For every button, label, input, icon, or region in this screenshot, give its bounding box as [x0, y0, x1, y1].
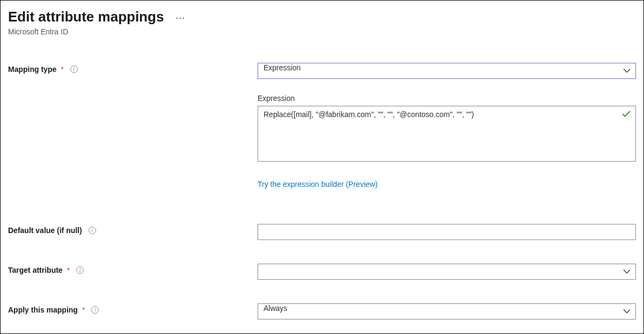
- expression-label: Expression: [258, 94, 636, 103]
- header-text: Edit attribute mappings Microsoft Entra …: [8, 8, 164, 36]
- mapping-type-row: Mapping type * i Expression: [8, 63, 636, 79]
- expression-builder-link[interactable]: Try the expression builder (Preview): [258, 180, 378, 188]
- expression-block: Expression Try the expression builder (P…: [258, 94, 636, 209]
- target-attribute-label-col: Target attribute * i: [8, 264, 258, 274]
- mapping-type-select-wrapper: Expression: [258, 63, 636, 79]
- page-header: Edit attribute mappings Microsoft Entra …: [8, 8, 636, 36]
- mapping-type-select[interactable]: Expression: [258, 63, 636, 79]
- page-title: Edit attribute mappings: [8, 8, 164, 26]
- apply-mapping-row: Apply this mapping * i Always: [8, 303, 636, 320]
- apply-mapping-select[interactable]: Always: [258, 303, 636, 320]
- required-star: *: [67, 266, 70, 274]
- target-attribute-input-col: [258, 264, 636, 280]
- mapping-type-input-col: Expression: [258, 63, 636, 79]
- apply-mapping-label: Apply this mapping: [8, 306, 78, 314]
- default-value-label: Default value (if null): [8, 226, 82, 235]
- info-icon[interactable]: i: [91, 306, 99, 314]
- info-icon[interactable]: i: [76, 266, 84, 274]
- more-actions-button[interactable]: ···: [175, 12, 185, 24]
- apply-mapping-label-col: Apply this mapping * i: [8, 303, 258, 314]
- default-value-label-col: Default value (if null) i: [8, 224, 258, 235]
- mapping-type-label: Mapping type: [8, 65, 56, 74]
- required-star: *: [82, 306, 85, 314]
- checkmark-icon: [622, 110, 631, 118]
- mapping-type-label-col: Mapping type * i: [8, 63, 258, 74]
- target-attribute-row: Target attribute * i: [8, 264, 636, 280]
- required-star: *: [61, 65, 63, 74]
- apply-mapping-select-wrapper: Always: [258, 303, 636, 320]
- expression-textarea[interactable]: [258, 106, 636, 162]
- expression-section: Expression Try the expression builder (P…: [8, 94, 636, 209]
- default-value-input[interactable]: [258, 224, 636, 240]
- info-icon[interactable]: i: [70, 66, 78, 73]
- target-attribute-label: Target attribute: [8, 266, 63, 274]
- default-value-input-col: [258, 224, 636, 240]
- target-attribute-select[interactable]: [258, 264, 636, 280]
- expression-textarea-wrap: [258, 106, 636, 164]
- target-attribute-select-wrapper: [258, 264, 636, 280]
- info-icon[interactable]: i: [89, 227, 96, 234]
- apply-mapping-input-col: Always: [258, 303, 636, 320]
- default-value-row: Default value (if null) i: [8, 224, 636, 240]
- page-subtitle: Microsoft Entra ID: [8, 27, 164, 36]
